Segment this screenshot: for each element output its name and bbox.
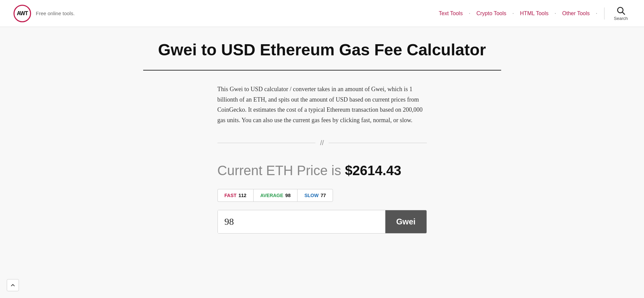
nav-other-tools[interactable]: Other Tools xyxy=(559,10,593,17)
gas-slow-label: SLOW xyxy=(304,193,318,198)
gas-slow-button[interactable]: SLOW 77 xyxy=(297,189,333,202)
page-description: This Gwei to USD calculator / converter … xyxy=(217,84,427,125)
logo-tagline: Free online tools. xyxy=(36,10,75,16)
main-content: Gwei to USD Ethereum Gas Fee Calculator … xyxy=(136,27,508,261)
nav-dot-4: · xyxy=(596,10,597,17)
divider-line-right xyxy=(329,143,427,143)
divider-symbol: // xyxy=(320,139,324,147)
gas-average-button[interactable]: AVERAGE 98 xyxy=(253,189,298,202)
eth-price-text: Current ETH Price is xyxy=(217,163,341,178)
logo-icon[interactable]: AWT xyxy=(14,5,31,22)
nav-html-tools[interactable]: HTML Tools xyxy=(517,10,552,17)
header: AWT Free online tools. Text Tools · Cryp… xyxy=(0,0,644,27)
nav-dot-3: · xyxy=(555,10,556,17)
gas-average-value: 98 xyxy=(285,193,291,198)
page-title: Gwei to USD Ethereum Gas Fee Calculator xyxy=(143,40,501,59)
gas-average-label: AVERAGE xyxy=(260,193,283,198)
gwei-input[interactable] xyxy=(218,210,386,233)
gwei-unit-label: Gwei xyxy=(385,210,426,233)
search-label: Search xyxy=(614,16,628,21)
main-nav: Text Tools · Crypto Tools · HTML Tools ·… xyxy=(435,4,630,22)
eth-price-value: $2614.43 xyxy=(345,163,401,178)
section-divider: // xyxy=(217,139,427,147)
nav-crypto-tools[interactable]: Crypto Tools xyxy=(473,10,510,17)
gwei-input-container: Gwei xyxy=(217,210,427,234)
svg-line-1 xyxy=(623,12,625,14)
nav-dot-1: · xyxy=(469,10,470,17)
eth-price-container: Current ETH Price is $2614.43 xyxy=(217,163,427,178)
title-divider xyxy=(143,70,501,71)
search-icon xyxy=(616,6,625,15)
nav-divider xyxy=(604,7,604,20)
gas-fast-value: 112 xyxy=(238,193,246,198)
divider-line-left xyxy=(217,143,315,143)
logo-area: AWT Free online tools. xyxy=(14,5,75,22)
gas-fee-buttons: FAST 112 AVERAGE 98 SLOW 77 xyxy=(217,189,427,202)
gas-fast-button[interactable]: FAST 112 xyxy=(217,189,253,202)
nav-dot-2: · xyxy=(512,10,514,17)
search-button[interactable]: Search xyxy=(611,4,630,22)
gas-slow-value: 77 xyxy=(320,193,326,198)
eth-price-label: Current ETH Price is $2614.43 xyxy=(217,163,402,178)
nav-text-tools[interactable]: Text Tools xyxy=(435,10,466,17)
gas-fast-label: FAST xyxy=(225,193,237,198)
